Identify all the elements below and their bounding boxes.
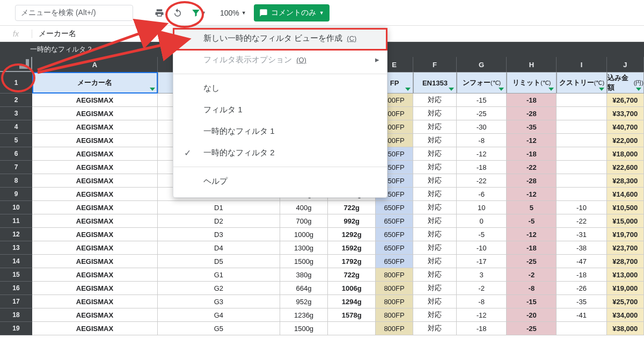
cell[interactable]: 1006g	[328, 282, 376, 295]
cell[interactable]: AEGISMAX	[32, 228, 158, 241]
cell[interactable]	[557, 322, 606, 335]
cell[interactable]: G4	[158, 308, 280, 322]
cell[interactable]: -17	[457, 255, 507, 268]
cell[interactable]: 対応	[413, 282, 457, 295]
row-header[interactable]: 12	[0, 228, 32, 241]
cell[interactable]: -18	[457, 161, 507, 174]
cell[interactable]: D2	[158, 214, 280, 228]
comment-mode-button[interactable]: コメントのみ ▼	[254, 4, 330, 21]
cell[interactable]: 800FP	[376, 268, 413, 282]
cell[interactable]: -28	[507, 174, 557, 188]
col-header-H[interactable]: H	[507, 57, 557, 72]
cell[interactable]: 664g	[280, 282, 328, 295]
cell[interactable]: 対応	[413, 134, 457, 147]
cell[interactable]: 650FP	[376, 201, 413, 214]
cell[interactable]: -12	[457, 147, 507, 161]
cell[interactable]: -31	[557, 228, 606, 241]
cell[interactable]: -35	[557, 295, 606, 308]
cell[interactable]: -10	[557, 201, 606, 214]
header-cell[interactable]: リミット(℃)	[507, 72, 557, 94]
row-header[interactable]: 6	[0, 147, 32, 161]
cell[interactable]: ¥15,000	[607, 214, 644, 228]
cell[interactable]: ¥14,600	[607, 188, 644, 201]
col-header-I[interactable]: I	[557, 57, 606, 72]
cell[interactable]: ¥22,000	[607, 134, 644, 147]
cell[interactable]	[328, 322, 376, 335]
cell[interactable]: -10	[457, 241, 507, 255]
cell[interactable]	[557, 174, 606, 188]
cell[interactable]: 対応	[413, 322, 457, 335]
cell[interactable]: -18	[457, 322, 507, 335]
cell[interactable]: G1	[158, 268, 280, 282]
cell[interactable]: 1236g	[280, 308, 328, 322]
menu-search[interactable]: メニューを検索 (Alt+/)	[15, 5, 133, 21]
cell[interactable]: -41	[557, 308, 606, 322]
cell[interactable]: 対応	[413, 228, 457, 241]
row-header[interactable]: 13	[0, 241, 32, 255]
cell[interactable]: -12	[507, 188, 557, 201]
cell[interactable]: 対応	[413, 214, 457, 228]
cell[interactable]: 700g	[280, 214, 328, 228]
row-header[interactable]: 1	[0, 72, 32, 94]
cell[interactable]: -38	[557, 241, 606, 255]
cell[interactable]: G5	[158, 322, 280, 335]
cell[interactable]: 3	[457, 268, 507, 282]
row-header[interactable]: 8	[0, 174, 32, 188]
row-header[interactable]: 17	[0, 295, 32, 308]
cell[interactable]: -12	[507, 228, 557, 241]
cell[interactable]: -8	[457, 295, 507, 308]
menu-temp-filter-1[interactable]: 一時的なフィルタ 1	[173, 120, 387, 142]
cell[interactable]: AEGISMAX	[32, 134, 158, 147]
cell[interactable]: AEGISMAX	[32, 201, 158, 214]
cell[interactable]: -2	[507, 268, 557, 282]
cell[interactable]: ¥26,700	[607, 94, 644, 107]
cell[interactable]: 952g	[280, 295, 328, 308]
row-header[interactable]: 15	[0, 268, 32, 282]
cell[interactable]	[557, 134, 606, 147]
undo-icon[interactable]	[171, 6, 185, 20]
cell[interactable]: 992g	[328, 214, 376, 228]
cell[interactable]	[557, 188, 606, 201]
cell[interactable]: ¥19,700	[607, 228, 644, 241]
print-icon[interactable]	[152, 6, 166, 20]
cell[interactable]	[557, 120, 606, 134]
menu-create-temp-filter-view[interactable]: 新しい一時的なフィルタ ビューを作成 (C)	[173, 27, 387, 49]
cell[interactable]: AEGISMAX	[32, 120, 158, 134]
cell[interactable]: AEGISMAX	[32, 308, 158, 322]
row-header[interactable]: 11	[0, 214, 32, 228]
header-cell[interactable]: EN1353	[413, 72, 457, 94]
row-header[interactable]: 9	[0, 188, 32, 201]
cell[interactable]: AEGISMAX	[32, 161, 158, 174]
cell[interactable]: 対応	[413, 161, 457, 174]
cell[interactable]: -26	[557, 282, 606, 295]
cell[interactable]: 対応	[413, 308, 457, 322]
cell[interactable]: ¥13,000	[607, 268, 644, 282]
select-all-corner[interactable]	[0, 57, 32, 72]
cell[interactable]: -18	[507, 241, 557, 255]
cell[interactable]: AEGISMAX	[32, 188, 158, 201]
cell[interactable]: 10	[457, 201, 507, 214]
cell[interactable]: AEGISMAX	[32, 94, 158, 107]
col-header-F[interactable]: F	[413, 57, 457, 72]
zoom-select[interactable]: 100%▼	[220, 9, 246, 17]
cell[interactable]: 722g	[328, 201, 376, 214]
cell[interactable]: 対応	[413, 268, 457, 282]
row-header[interactable]: 7	[0, 161, 32, 174]
menu-filter-view-options[interactable]: フィルタ表示オプション (O) ▸	[173, 49, 387, 70]
row-header[interactable]: 10	[0, 201, 32, 214]
cell[interactable]	[557, 147, 606, 161]
cell[interactable]: -12	[507, 134, 557, 147]
cell[interactable]: AEGISMAX	[32, 241, 158, 255]
header-cell[interactable]: メーカー名	[32, 72, 158, 94]
cell[interactable]: 対応	[413, 241, 457, 255]
cell[interactable]: 対応	[413, 147, 457, 161]
col-header-J[interactable]: J	[607, 57, 644, 72]
formula-input[interactable]: メーカー名	[32, 29, 83, 39]
cell[interactable]: 対応	[413, 174, 457, 188]
cell[interactable]: -47	[557, 255, 606, 268]
cell[interactable]: -22	[557, 214, 606, 228]
cell[interactable]: -18	[507, 147, 557, 161]
cell[interactable]: -12	[457, 308, 507, 322]
cell[interactable]: 650FP	[376, 241, 413, 255]
cell[interactable]	[557, 107, 606, 120]
